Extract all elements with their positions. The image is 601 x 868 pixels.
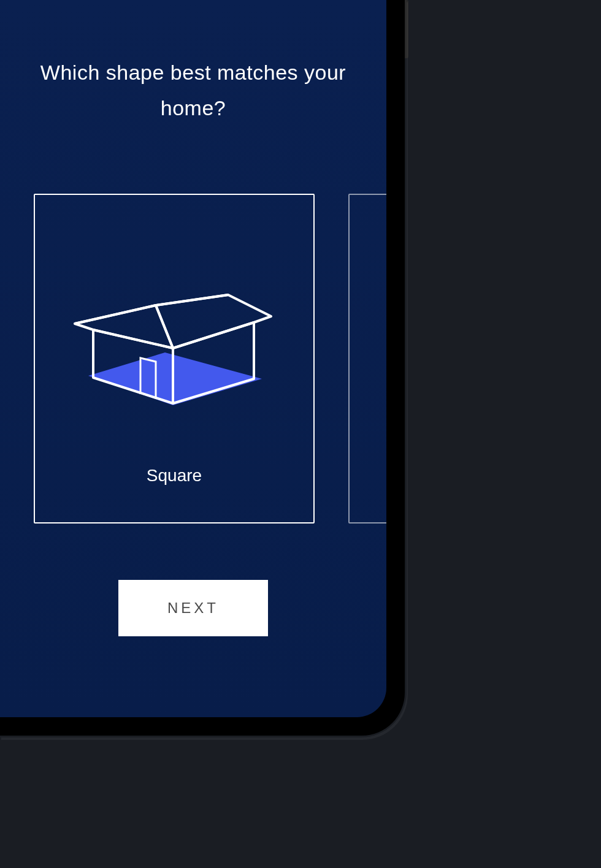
question-heading: Which shape best matches your home? (0, 55, 386, 126)
button-area: NEXT (0, 580, 386, 636)
app-screen: Which shape best matches your home? (0, 0, 386, 717)
svg-line-5 (156, 295, 228, 305)
svg-marker-0 (88, 352, 262, 405)
shape-card-next[interactable] (348, 194, 386, 523)
svg-line-6 (75, 305, 156, 324)
next-button[interactable]: NEXT (118, 580, 268, 636)
shape-cards-container: Square (0, 194, 386, 523)
device-frame: Which shape best matches your home? (0, 0, 405, 736)
device-side-button (405, 0, 408, 58)
shape-card-label: Square (147, 466, 202, 485)
house-square-icon (70, 293, 278, 416)
shape-card-square[interactable]: Square (34, 194, 315, 523)
